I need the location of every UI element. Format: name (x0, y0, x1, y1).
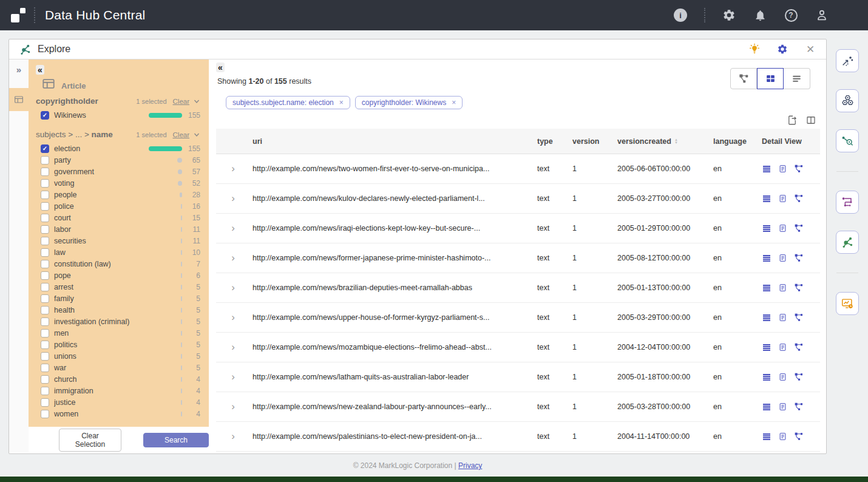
facet-checkbox[interactable] (41, 317, 49, 326)
row-expand-icon[interactable]: › (216, 371, 250, 383)
facet-checkbox[interactable] (41, 156, 49, 165)
table-view-button[interactable] (757, 68, 784, 89)
chip-close-icon[interactable]: × (452, 98, 456, 107)
facet-item[interactable]: politics 5 (36, 339, 200, 350)
collapse-facets-icon[interactable]: « (36, 65, 44, 75)
facet-checkbox[interactable] (41, 237, 49, 245)
source-view-icon[interactable] (778, 372, 787, 382)
facet-checkbox[interactable] (41, 179, 49, 188)
facet-clear-link[interactable]: Clear (173, 131, 189, 138)
facet-item[interactable]: constitution (law) 7 (36, 258, 200, 270)
close-icon[interactable]: ✕ (804, 43, 816, 55)
graph-detail-icon[interactable] (794, 372, 804, 382)
user-icon[interactable] (815, 8, 829, 22)
facet-item[interactable]: immigration 4 (36, 385, 200, 396)
info-icon[interactable]: i (673, 8, 688, 22)
facet-item[interactable]: unions 5 (36, 350, 200, 362)
facet-item[interactable]: arrest 5 (36, 281, 200, 293)
chip-close-icon[interactable]: × (339, 98, 344, 107)
instance-view-icon[interactable] (762, 283, 771, 293)
snippet-view-button[interactable] (784, 68, 810, 89)
instance-view-icon[interactable] (762, 223, 771, 233)
facet-checkbox[interactable] (41, 191, 49, 199)
instance-view-icon[interactable] (762, 164, 771, 174)
facet-checkbox[interactable] (41, 271, 49, 280)
instance-view-icon[interactable] (762, 372, 771, 382)
facet-item[interactable]: law 10 (36, 246, 200, 258)
graph-detail-icon[interactable] (794, 223, 804, 233)
row-expand-icon[interactable]: › (216, 252, 250, 264)
facet-item[interactable]: investigation (criminal) 5 (36, 316, 200, 327)
facet-checkbox[interactable] (41, 248, 49, 257)
graph-detail-icon[interactable] (794, 164, 804, 174)
sort-icon[interactable]: ▲▼ (674, 138, 678, 144)
graph-detail-icon[interactable] (794, 194, 804, 203)
facet-checkbox[interactable] (41, 329, 49, 338)
load-nav-button[interactable] (836, 49, 859, 72)
row-expand-icon[interactable]: › (216, 163, 250, 175)
facet-item[interactable]: family 5 (36, 293, 200, 304)
facet-checkbox[interactable] (41, 306, 49, 314)
chevron-down-icon[interactable] (193, 131, 200, 138)
facet-item[interactable]: government 57 (36, 166, 200, 177)
monitor-nav-button[interactable] (836, 292, 859, 315)
source-view-icon[interactable] (778, 432, 787, 441)
source-view-icon[interactable] (778, 164, 787, 174)
facet-item[interactable]: party 65 (36, 154, 200, 166)
source-view-icon[interactable] (778, 313, 787, 322)
instance-view-icon[interactable] (762, 432, 771, 441)
facet-checkbox[interactable] (41, 144, 49, 153)
facet-item[interactable]: church 4 (36, 373, 200, 385)
facet-checkbox[interactable] (41, 283, 49, 291)
instance-view-icon[interactable] (762, 342, 771, 352)
help-icon[interactable]: ? (784, 8, 798, 22)
collapse-results-icon[interactable]: « (216, 63, 225, 72)
row-expand-icon[interactable]: › (216, 401, 250, 413)
facet-item[interactable]: justice 4 (36, 396, 200, 408)
settings-icon[interactable] (722, 8, 736, 22)
facet-item[interactable]: men 5 (36, 327, 200, 339)
facet-checkbox[interactable] (41, 398, 49, 407)
facet-checkbox[interactable] (41, 214, 49, 222)
facet-item[interactable]: war 5 (36, 362, 200, 373)
column-selector-icon[interactable] (805, 115, 816, 126)
graph-detail-icon[interactable] (794, 402, 804, 412)
clear-selection-button[interactable]: Clear Selection (59, 429, 121, 452)
instance-view-icon[interactable] (762, 313, 771, 322)
facet-checkbox[interactable] (41, 341, 49, 349)
graph-detail-icon[interactable] (794, 253, 804, 263)
instance-view-icon[interactable] (762, 253, 771, 263)
graph-detail-icon[interactable] (794, 283, 804, 293)
instance-view-icon[interactable] (762, 402, 771, 412)
facet-item[interactable]: police 16 (36, 200, 200, 212)
row-expand-icon[interactable]: › (216, 341, 250, 353)
facet-item[interactable]: people 28 (36, 189, 200, 200)
facet-checkbox[interactable] (41, 225, 49, 234)
instance-view-icon[interactable] (762, 194, 771, 203)
facet-item[interactable]: court 15 (36, 212, 200, 223)
expand-sidebar-icon[interactable]: » (16, 64, 21, 75)
notifications-icon[interactable] (753, 8, 767, 22)
facet-checkbox[interactable] (41, 168, 49, 176)
hint-lightbulb-icon[interactable] (748, 43, 761, 55)
facet-checkbox[interactable] (41, 294, 49, 303)
graph-detail-icon[interactable] (794, 342, 804, 352)
chevron-down-icon[interactable] (193, 98, 200, 105)
facet-item[interactable]: voting 52 (36, 177, 200, 189)
source-view-icon[interactable] (778, 402, 787, 412)
graph-detail-icon[interactable] (794, 313, 804, 322)
entity-tab-article[interactable] (9, 88, 29, 111)
explore-nav-button[interactable] (836, 231, 859, 254)
row-expand-icon[interactable]: › (216, 192, 250, 205)
facet-item[interactable]: labor 11 (36, 223, 200, 235)
facet-checkbox[interactable] (41, 387, 49, 395)
source-view-icon[interactable] (778, 223, 787, 233)
panel-settings-icon[interactable] (776, 43, 788, 55)
run-nav-button[interactable] (836, 191, 859, 214)
source-view-icon[interactable] (778, 283, 787, 293)
export-icon[interactable] (787, 115, 798, 126)
model-nav-button[interactable] (836, 89, 859, 112)
row-expand-icon[interactable]: › (216, 222, 250, 234)
curate-nav-button[interactable] (836, 129, 859, 152)
facet-item[interactable]: Wikinews 155 (36, 109, 200, 121)
